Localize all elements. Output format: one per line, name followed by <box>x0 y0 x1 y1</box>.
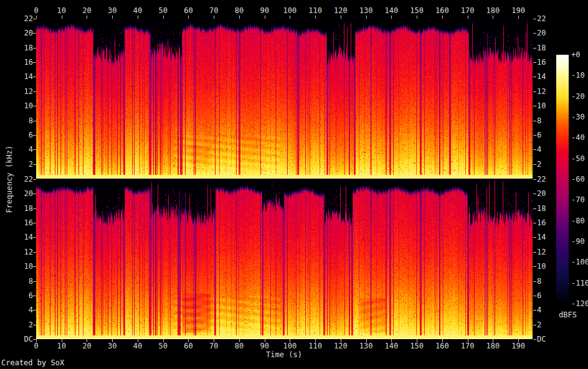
time-tick-mark <box>87 339 87 342</box>
freq-tick-mark <box>33 48 36 49</box>
time-tick-mark <box>442 16 443 19</box>
time-tick-label: 30 <box>108 342 116 350</box>
time-tick-label: 80 <box>235 342 244 350</box>
freq-tick-mark <box>33 179 36 180</box>
time-tick-mark <box>112 16 113 19</box>
time-tick-label: 110 <box>308 7 322 15</box>
time-tick-label: 140 <box>385 7 399 15</box>
freq-tick-label: 8 <box>537 278 541 286</box>
freq-tick-mark <box>33 237 36 238</box>
time-tick-mark <box>214 339 214 342</box>
colorbar-tick-label: +0 <box>571 51 580 59</box>
freq-tick-mark <box>533 62 536 63</box>
freq-tick-mark <box>533 339 536 340</box>
freq-tick-label: 22 <box>15 15 33 23</box>
freq-tick-label: DC <box>15 335 33 343</box>
freq-tick-mark <box>33 310 36 311</box>
frequency-axis-title: Frequency (kHz) <box>5 146 14 213</box>
time-tick-label: 60 <box>184 342 192 350</box>
freq-tick-mark <box>33 281 36 282</box>
freq-tick-label: DC <box>537 335 546 343</box>
freq-tick-label: 14 <box>15 233 33 241</box>
freq-tick-mark <box>33 164 36 165</box>
colorbar-tick-label: -30 <box>571 113 585 121</box>
time-tick-label: 70 <box>209 7 218 15</box>
freq-tick-mark <box>33 77 36 77</box>
freq-tick-label: 22 <box>537 15 546 23</box>
freq-tick-label: 14 <box>537 73 546 81</box>
freq-tick-mark <box>533 325 536 325</box>
freq-tick-mark <box>533 266 536 267</box>
freq-tick-label: 12 <box>15 88 33 96</box>
time-tick-mark <box>62 339 62 342</box>
time-tick-label: 170 <box>461 7 475 15</box>
time-tick-label: 50 <box>158 7 167 15</box>
freq-tick-mark <box>33 252 36 253</box>
time-tick-label: 80 <box>235 7 244 15</box>
time-tick-label: 20 <box>82 7 91 15</box>
time-tick-mark <box>62 16 62 19</box>
time-tick-label: 150 <box>410 7 424 15</box>
time-tick-label: 170 <box>461 342 475 350</box>
time-tick-label: 160 <box>435 342 449 350</box>
time-tick-label: 60 <box>184 7 192 15</box>
time-tick-label: 50 <box>158 342 167 350</box>
time-tick-mark <box>468 339 468 342</box>
freq-tick-label: 16 <box>537 219 546 227</box>
freq-tick-mark <box>33 149 36 150</box>
time-tick-label: 100 <box>283 342 297 350</box>
colorbar-tick-label: -10 <box>571 72 585 80</box>
time-tick-label: 180 <box>486 342 500 350</box>
freq-tick-mark <box>33 339 36 340</box>
freq-tick-mark <box>33 91 36 92</box>
colorbar-tick-label: -70 <box>571 196 585 204</box>
freq-tick-label: 10 <box>15 102 33 110</box>
freq-tick-label: 8 <box>537 117 541 125</box>
time-tick-mark <box>442 339 443 342</box>
time-tick-label: 160 <box>435 7 449 15</box>
freq-tick-mark <box>533 296 536 296</box>
time-tick-mark <box>391 16 392 19</box>
time-tick-label: 10 <box>57 7 66 15</box>
time-tick-mark <box>265 339 265 342</box>
freq-tick-label: 18 <box>15 44 33 52</box>
freq-tick-mark <box>533 310 536 311</box>
freq-tick-label: 10 <box>537 263 546 271</box>
sox-credit: Created by SoX <box>1 358 64 367</box>
freq-tick-label: 18 <box>537 205 546 213</box>
freq-tick-label: 22 <box>537 175 546 184</box>
time-tick-mark <box>518 16 519 19</box>
time-tick-mark <box>391 339 392 342</box>
time-tick-mark <box>468 16 468 19</box>
time-tick-label: 0 <box>34 7 38 15</box>
time-tick-label: 190 <box>511 342 525 350</box>
time-tick-label: 90 <box>260 7 268 15</box>
time-tick-mark <box>518 339 519 342</box>
freq-tick-label: 6 <box>537 292 541 300</box>
freq-tick-label: 6 <box>15 131 33 139</box>
time-tick-mark <box>493 339 493 342</box>
freq-tick-label: 2 <box>15 321 33 329</box>
freq-tick-label: 16 <box>537 58 546 67</box>
time-tick-mark <box>366 339 367 342</box>
freq-tick-mark <box>33 135 36 136</box>
time-tick-mark <box>315 339 316 342</box>
freq-tick-label: 6 <box>537 131 541 139</box>
freq-tick-label: 2 <box>15 161 33 169</box>
time-tick-mark <box>138 339 138 342</box>
spectrogram-channel-2 <box>36 179 533 339</box>
time-tick-mark <box>163 16 164 19</box>
freq-tick-label: 20 <box>15 29 33 37</box>
freq-tick-label: 18 <box>537 44 546 52</box>
freq-tick-label: 14 <box>537 233 546 241</box>
freq-tick-label: 12 <box>537 88 546 96</box>
freq-tick-label: 20 <box>537 190 546 198</box>
time-tick-label: 30 <box>108 7 116 15</box>
time-tick-mark <box>493 16 493 19</box>
freq-tick-mark <box>533 179 536 180</box>
time-tick-label: 150 <box>410 342 424 350</box>
freq-tick-mark <box>533 208 536 209</box>
time-tick-mark <box>87 16 87 19</box>
time-tick-label: 100 <box>283 7 297 15</box>
freq-tick-mark <box>533 91 536 92</box>
